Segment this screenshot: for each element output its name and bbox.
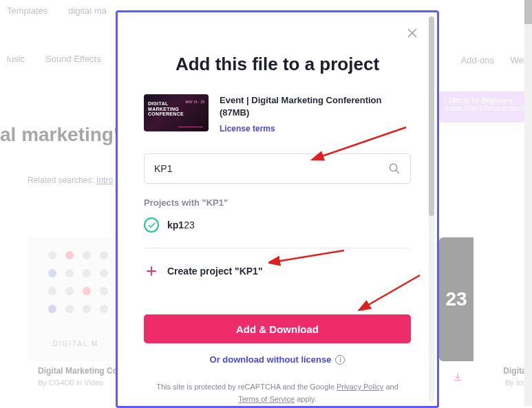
projects-with-label: Projects with "KP1" xyxy=(144,197,411,208)
privacy-policy-link[interactable]: Privacy Policy xyxy=(337,383,383,391)
download-without-license-link[interactable]: Or download without license i xyxy=(144,354,411,365)
file-name: Event | Digital Marketing Conferention (… xyxy=(220,94,411,118)
close-button[interactable] xyxy=(404,25,421,41)
nav-music[interactable]: lusic xyxy=(7,54,25,64)
project-option[interactable]: kp123 xyxy=(144,217,411,233)
project-search-input[interactable] xyxy=(154,163,388,174)
plus-icon xyxy=(144,264,159,279)
svg-point-0 xyxy=(390,164,397,171)
nav-addons[interactable]: Add-ons xyxy=(461,55,494,65)
result-author: By CG4D0 in Video xyxy=(38,378,103,387)
check-icon xyxy=(144,217,159,233)
result-card[interactable]: 23 xyxy=(439,237,474,361)
download-icon[interactable] xyxy=(452,372,463,385)
nav-sound-effects[interactable]: Sound Effects xyxy=(45,54,101,64)
nav-templates[interactable]: Templates xyxy=(7,6,47,16)
result-title[interactable]: Digital Marketing Co xyxy=(38,366,118,376)
add-and-download-button[interactable]: Add & Download xyxy=(144,314,411,343)
create-project-button[interactable]: Create project "KP1" xyxy=(144,264,411,279)
recaptcha-notice: This site is protected by reCAPTCHA and … xyxy=(144,381,411,405)
project-search[interactable] xyxy=(144,153,411,184)
create-project-label: Create project "KP1" xyxy=(167,266,263,277)
result-card[interactable]: DIGITAL M xyxy=(28,237,124,361)
promo-card[interactable]: r Effects for Beginners o use After Effe… xyxy=(439,92,532,122)
divider xyxy=(144,248,411,248)
file-summary: MAY 21 - 23 DIGITAL MARKETING CONFERENCE… xyxy=(144,94,411,134)
modal-title: Add this file to a project xyxy=(144,54,411,75)
info-icon[interactable]: i xyxy=(335,355,345,365)
search-results-heading: al marketing" xyxy=(0,124,123,146)
page-scrollbar-track xyxy=(524,7,532,406)
nav-item[interactable]: digital ma xyxy=(68,6,107,16)
add-to-project-modal: Add this file to a project MAY 21 - 23 D… xyxy=(116,10,439,408)
page-scrollbar-thumb[interactable] xyxy=(524,0,532,24)
project-name: kp123 xyxy=(167,219,195,230)
license-terms-link[interactable]: License terms xyxy=(220,124,275,133)
terms-of-service-link[interactable]: Terms of Service xyxy=(238,395,295,403)
file-thumbnail: MAY 21 - 23 DIGITAL MARKETING CONFERENCE xyxy=(144,94,209,131)
related-link[interactable]: Intro xyxy=(96,175,113,185)
search-icon xyxy=(388,162,401,175)
modal-scrollbar-thumb[interactable] xyxy=(429,17,434,216)
related-searches: Related searches: Intro xyxy=(28,175,113,185)
